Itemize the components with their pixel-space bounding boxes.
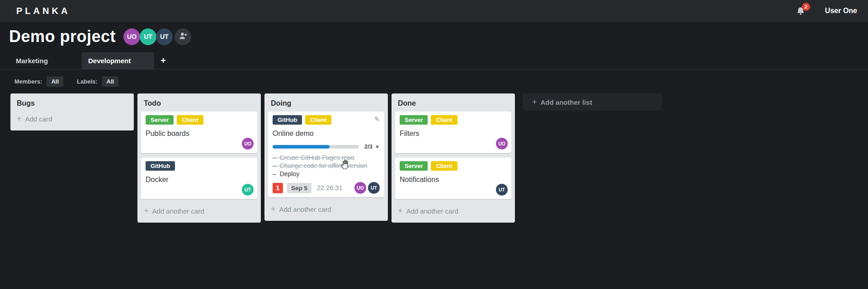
member-avatar[interactable]: UT [140,28,156,45]
due-date-badge[interactable]: Sep 5 [287,183,311,193]
labels-row: Server Client [400,115,507,126]
edit-pencil-icon[interactable]: ✎ [374,115,380,123]
add-card-button[interactable]: + Add card [10,112,134,131]
add-user-icon [179,32,188,42]
labels-row: GitHub [146,161,253,172]
tab-development[interactable]: Development [82,52,154,69]
card-stack: Server Client Public boards UO GitHub Do… [137,112,261,199]
member-avatar[interactable]: UT [156,28,173,45]
add-card-label: Add another card [406,207,458,215]
label-client[interactable]: Client [431,161,457,171]
card-title: Filters [400,130,507,138]
label-client[interactable]: Client [431,115,457,125]
plus-icon: + [398,206,403,216]
card-stack: Server Client Filters UO Server Client N… [392,112,515,199]
list-done: Done Server Client Filters UO Server Cli… [392,93,515,223]
add-card-label: Add another card [279,205,331,213]
add-card-label: Add card [25,115,52,123]
progress-bar [273,145,359,149]
label-github[interactable]: GitHub [273,115,302,125]
card-online-demo[interactable]: ✎ GitHub Client Online demo 2/3 ▼ Create… [268,112,384,197]
plus-icon: + [532,98,537,107]
list-todo: Todo Server Client Public boards UO GitH… [137,93,261,223]
top-bar: PLANKA 2 User One [0,0,868,22]
notification-count-badge[interactable]: 2 [802,3,810,11]
card-member-avatar[interactable]: UT [368,182,380,194]
app-logo[interactable]: PLANKA [16,6,70,16]
labels-row: Server Client [400,161,507,172]
card-member-avatar[interactable]: UT [242,184,254,196]
add-list-button[interactable]: + Add another list [523,93,662,111]
label-client[interactable]: Client [177,115,203,125]
chevron-down-icon[interactable]: ▼ [375,144,380,149]
add-card-button[interactable]: + Add another card [264,202,388,221]
card-members: UO UT [353,182,380,194]
card-member-avatar[interactable]: UO [354,182,366,194]
label-client[interactable]: Client [305,115,331,125]
labels-filter-label: Labels: [77,78,98,85]
card-public-boards[interactable]: Server Client Public boards UO [141,112,257,153]
card-title: Docker [146,176,253,184]
card-member-avatar[interactable]: UT [496,184,508,196]
list-title[interactable]: Todo [137,93,261,112]
label-server[interactable]: Server [146,115,174,125]
card-docker[interactable]: GitHub Docker UT [141,158,257,199]
labels-row: Server Client [146,115,253,126]
kanban-board: Bugs + Add card Todo Server Client Publi… [10,93,868,223]
add-card-button[interactable]: + Add another card [392,204,515,223]
card-stack: ✎ GitHub Client Online demo 2/3 ▼ Create… [264,112,388,197]
project-header: Demo project UO UT UT [0,22,868,46]
task-item[interactable]: Change code for offline version [273,162,380,170]
add-card-label: Add another card [152,207,204,215]
add-list-label: Add another list [541,98,592,106]
card-title: Public boards [146,130,253,138]
progress-fill [273,145,330,149]
progress-count: 2/3 [364,143,373,150]
plus-icon: + [144,206,149,216]
card-filters[interactable]: Server Client Filters UO [395,112,511,153]
members-filter-label: Members: [14,78,42,85]
task-item[interactable]: Create GitHub Pages repo [273,154,380,162]
task-item[interactable]: Deploy [273,170,380,178]
filter-bar: Members: All Labels: All [14,76,868,87]
list-bugs: Bugs + Add card [10,93,134,131]
notification-count-badge: 1 [273,183,283,193]
list-title[interactable]: Bugs [10,93,134,112]
list-title[interactable]: Done [392,93,515,112]
project-members: UO UT UT [124,28,191,45]
label-server[interactable]: Server [400,115,428,125]
plus-icon: + [17,114,22,124]
add-card-button[interactable]: + Add another card [137,204,261,223]
task-list: Create GitHub Pages repo Change code for… [273,154,380,178]
card-title: Online demo [273,130,380,138]
list-doing: Doing ✎ GitHub Client Online demo 2/3 ▼ … [264,93,388,221]
plus-icon: + [271,205,276,214]
tasks-progress: 2/3 ▼ [273,143,380,150]
tab-marketing[interactable]: Marketing [9,52,82,69]
notifications-button[interactable]: 2 [796,6,805,16]
card-title: Notifications [400,176,507,184]
labels-row: GitHub Client [273,115,380,126]
card-member-avatar[interactable]: UO [496,138,508,149]
card-notifications[interactable]: Server Client Notifications UT [395,158,511,199]
member-avatar[interactable]: UO [123,28,140,45]
label-server[interactable]: Server [400,161,428,171]
project-title[interactable]: Demo project [9,27,116,46]
add-board-button[interactable]: + [154,52,172,69]
add-member-button[interactable] [175,28,191,45]
board-tabs: Marketing Development + [0,52,868,70]
label-github[interactable]: GitHub [146,161,175,171]
card-member-avatar[interactable]: UO [242,138,254,149]
members-filter-value[interactable]: All [47,76,63,87]
user-menu[interactable]: User One [825,7,857,15]
timer-badge[interactable]: 22:26:31 [317,184,342,191]
labels-filter-value[interactable]: All [102,76,119,87]
list-title[interactable]: Doing [264,93,388,112]
card-badges: 1 Sep 5 22:26:31 UO UT [273,182,380,194]
